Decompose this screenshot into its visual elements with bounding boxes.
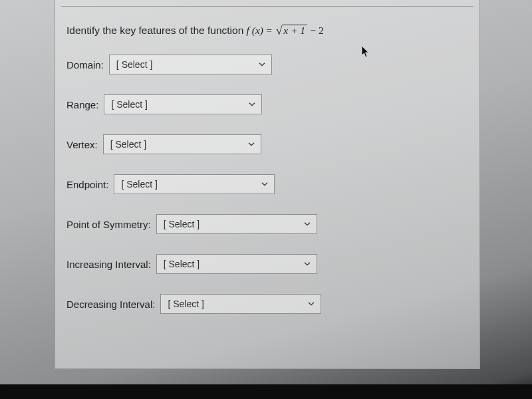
row-decreasing-interval: Decreasing Interval: [ Select ] xyxy=(66,294,324,314)
select-inc-value: [ Select ] xyxy=(164,259,200,269)
row-increasing-interval: Increasing Interval: [ Select ] xyxy=(66,254,324,274)
sqrt-expression: √x + 1 xyxy=(275,24,307,37)
select-vertex[interactable]: [ Select ] xyxy=(103,134,261,154)
select-vertex-value: [ Select ] xyxy=(110,139,146,150)
radicand-text: x + 1 xyxy=(283,25,305,36)
select-range[interactable]: [ Select ] xyxy=(104,94,262,114)
prompt-equals: = xyxy=(266,25,275,36)
radical-sign-icon: √ xyxy=(276,25,282,38)
label-decreasing-interval: Decreasing Interval: xyxy=(66,299,155,310)
select-increasing-interval[interactable]: [ Select ] xyxy=(156,254,317,274)
label-increasing-interval: Increasing Interval: xyxy=(66,259,151,270)
chevron-down-icon xyxy=(304,222,311,226)
select-endpoint-value: [ Select ] xyxy=(121,179,157,190)
select-dec-value: [ Select ] xyxy=(168,299,203,309)
row-range: Range: [ Select ] xyxy=(66,94,324,114)
select-point-of-symmetry[interactable]: [ Select ] xyxy=(156,214,317,234)
select-decreasing-interval[interactable]: [ Select ] xyxy=(160,294,321,314)
question-prompt: Identify the key features of the functio… xyxy=(66,24,324,37)
chevron-down-icon xyxy=(308,302,315,306)
label-point-of-symmetry: Point of Symmetry: xyxy=(66,219,151,230)
prompt-tail: − 2 xyxy=(310,25,323,36)
panel-top-divider xyxy=(61,6,473,7)
select-endpoint[interactable]: [ Select ] xyxy=(114,174,275,194)
prompt-lead-text: Identify the key features of the functio… xyxy=(66,25,247,36)
row-vertex: Vertex: [ Select ] xyxy=(66,134,324,154)
select-domain[interactable]: [ Select ] xyxy=(109,55,272,74)
question-content: Identify the key features of the functio… xyxy=(66,24,324,334)
label-domain: Domain: xyxy=(66,59,104,70)
chevron-down-icon xyxy=(249,102,255,106)
select-pos-value: [ Select ] xyxy=(164,219,200,229)
chevron-down-icon xyxy=(259,63,265,66)
screen-bottom-bezel xyxy=(0,384,532,399)
chevron-down-icon xyxy=(248,142,255,146)
label-vertex: Vertex: xyxy=(66,139,98,150)
prompt-fx: f (x) xyxy=(247,25,263,36)
row-endpoint: Endpoint: [ Select ] xyxy=(66,174,324,194)
label-endpoint: Endpoint: xyxy=(66,179,108,190)
row-point-of-symmetry: Point of Symmetry: [ Select ] xyxy=(66,214,324,234)
row-domain: Domain: [ Select ] xyxy=(66,55,324,74)
chevron-down-icon xyxy=(304,262,311,266)
chevron-down-icon xyxy=(261,182,268,186)
label-range: Range: xyxy=(66,99,98,110)
select-domain-value: [ Select ] xyxy=(116,59,152,70)
select-range-value: [ Select ] xyxy=(111,99,147,110)
